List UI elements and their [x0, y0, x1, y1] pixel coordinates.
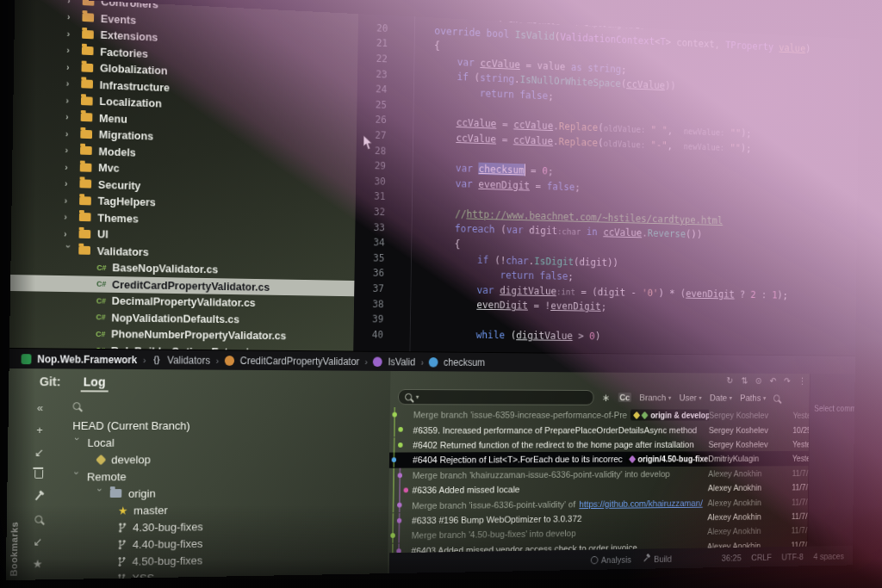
- filter-label: Branch: [639, 393, 666, 402]
- chevron-right-icon[interactable]: ›: [65, 128, 76, 139]
- selected-identifier: checksum: [479, 163, 525, 176]
- tree-item-label: Controllers: [101, 0, 158, 11]
- tab-log[interactable]: Log: [81, 372, 109, 393]
- branch-label: Local: [87, 436, 115, 449]
- delete-icon[interactable]: [34, 468, 43, 480]
- chevron-right-icon[interactable]: ›: [64, 228, 74, 238]
- chevron-right-icon[interactable]: ›: [66, 61, 77, 71]
- breadcrumb-item-checksum[interactable]: checksum: [444, 356, 485, 368]
- chevron-right-icon[interactable]: ›: [66, 78, 77, 89]
- commit-message-text: Merge branch 'issue-6336-point-validity'…: [412, 499, 575, 511]
- line-number: 24: [357, 83, 388, 96]
- branch-search-row[interactable]: [53, 394, 390, 417]
- editor-lines: 7 ext methods 7 exposing APIs20 override…: [353, 14, 860, 347]
- filter-date[interactable]: Date▾: [710, 393, 732, 402]
- folder-icon: [82, 30, 94, 40]
- commit-graph-cell: [388, 528, 412, 543]
- commit-row[interactable]: Merge branch 'issue-6359-increase-perfor…: [390, 407, 854, 423]
- bookmarks-tab[interactable]: Bookmarks: [9, 522, 20, 577]
- commit-graph-cell: [388, 513, 412, 529]
- status-36-25[interactable]: 36:25: [722, 553, 742, 562]
- line-number: 23: [357, 67, 388, 80]
- commit-author: Sergey Koshelev: [708, 439, 792, 449]
- branch-label: Remote: [87, 470, 127, 483]
- favorite-icon[interactable]: ★: [33, 557, 43, 569]
- pin-icon[interactable]: [38, 491, 40, 503]
- tree-item-label: Menu: [99, 112, 127, 126]
- chevron-right-icon[interactable]: ›: [65, 112, 76, 122]
- regex-toggle-icon[interactable]: ∗: [602, 391, 611, 403]
- deep-traffic-icon[interactable]: ⇅: [741, 375, 748, 386]
- commit-author: DmitriyKulagin: [708, 454, 792, 463]
- chevron-down-icon[interactable]: ›: [64, 245, 74, 256]
- commit-author: Sergey Koshelev: [709, 425, 793, 435]
- status-crlf[interactable]: CRLF: [751, 552, 772, 561]
- chevron-right-icon[interactable]: ›: [65, 145, 75, 155]
- commit-row[interactable]: #6359. Increased performance of PrepareP…: [389, 423, 854, 438]
- revert-icon[interactable]: ↙: [34, 446, 44, 458]
- checkout-icon[interactable]: ↙: [33, 535, 42, 548]
- commit-row[interactable]: #6402 Returned function of the redirect …: [389, 436, 854, 452]
- status-build[interactable]: Build: [643, 554, 672, 565]
- breadcrumb-item-nop-web-framework[interactable]: Nop.Web.Framework: [37, 353, 137, 366]
- project-tree-panel: ›Controllers›Events›Extensions›Factories…: [9, 0, 358, 351]
- chevron-down-icon[interactable]: ›: [95, 488, 105, 498]
- status-4-spaces[interactable]: 4 spaces: [813, 551, 844, 560]
- branch-item-develop[interactable]: develop: [52, 450, 389, 468]
- go-to-hash-icon[interactable]: [773, 394, 780, 401]
- chevron-right-icon[interactable]: ›: [65, 95, 76, 105]
- breadcrumb-item-validators[interactable]: Validators: [167, 354, 210, 366]
- branch-item-local[interactable]: ›Local: [52, 434, 389, 451]
- line-number: 21: [357, 37, 388, 50]
- branch-item-head-current-branch[interactable]: HEAD (Current Branch): [53, 417, 390, 434]
- match-case-toggle[interactable]: Cc: [618, 393, 632, 402]
- add-icon[interactable]: +: [36, 424, 43, 436]
- code-editor[interactable]: 7 ext methods 7 exposing APIs20 override…: [353, 14, 860, 356]
- chevron-right-icon[interactable]: ›: [67, 0, 78, 6]
- search-icon: [73, 402, 81, 410]
- variable-icon: [429, 357, 438, 367]
- chevron-down-icon[interactable]: ›: [71, 472, 82, 482]
- chevron-right-icon[interactable]: ›: [65, 178, 75, 189]
- filter-branch[interactable]: Branch▾: [639, 393, 671, 402]
- commit-message: Merge branch '4.50-bug-fixes' into devel…: [412, 527, 708, 541]
- commit-message-link[interactable]: https://github.com/khairuzzaman/: [579, 498, 703, 509]
- tree-item-label: UI: [97, 228, 109, 241]
- refresh-icon[interactable]: ↻: [726, 375, 733, 386]
- redo-icon[interactable]: ↷: [784, 375, 791, 386]
- collapse-icon[interactable]: «: [37, 401, 43, 413]
- tree-item-label: Security: [98, 178, 141, 192]
- commit-search-input[interactable]: ▾: [398, 389, 594, 405]
- undo-icon[interactable]: ↶: [770, 375, 777, 386]
- breadcrumb-item-isvalid[interactable]: IsValid: [388, 356, 415, 368]
- commit-author: Sergey Koshelev: [709, 411, 793, 420]
- csharp-file-icon: C#: [96, 330, 105, 338]
- chevron-right-icon[interactable]: ›: [67, 11, 78, 22]
- chevron-right-icon[interactable]: ›: [65, 195, 75, 205]
- filter-user[interactable]: User▾: [679, 393, 701, 402]
- details-hint: Select commit to: [814, 404, 855, 413]
- filter-paths[interactable]: Paths▾: [740, 393, 766, 403]
- search-icon[interactable]: [34, 513, 42, 525]
- line-number: 22: [357, 52, 388, 65]
- breadcrumb-item-creditcardpropertyvalidator[interactable]: CreditCardPropertyValidator: [240, 355, 360, 368]
- chevron-down-icon[interactable]: ›: [72, 437, 83, 448]
- more-icon[interactable]: ⋮: [798, 375, 806, 386]
- line-number: 32: [356, 206, 386, 218]
- tag-icon: [642, 412, 649, 419]
- chevron-right-icon[interactable]: ›: [64, 212, 74, 222]
- chevron-right-icon[interactable]: ›: [65, 162, 75, 172]
- status-analysis[interactable]: Analysis: [591, 554, 631, 565]
- star-icon: ★: [118, 504, 127, 517]
- commit-message: #6336 Added missed locale: [412, 483, 708, 495]
- git-branch-icon: [117, 539, 127, 550]
- ide-screenshot-photo: ›Controllers›Events›Extensions›Factories…: [0, 0, 882, 588]
- line-number: 38: [354, 298, 384, 310]
- commit-message: Merge branch 'issue-6359-increase-perfor…: [413, 409, 709, 421]
- chevron-right-icon[interactable]: ›: [66, 45, 77, 55]
- chevron-right-icon[interactable]: ›: [67, 28, 78, 39]
- intellisort-icon[interactable]: ⊙: [755, 375, 762, 386]
- tag-icon: [629, 455, 636, 463]
- status-utf-8[interactable]: UTF-8: [781, 552, 804, 561]
- pin-glyph: [35, 492, 42, 500]
